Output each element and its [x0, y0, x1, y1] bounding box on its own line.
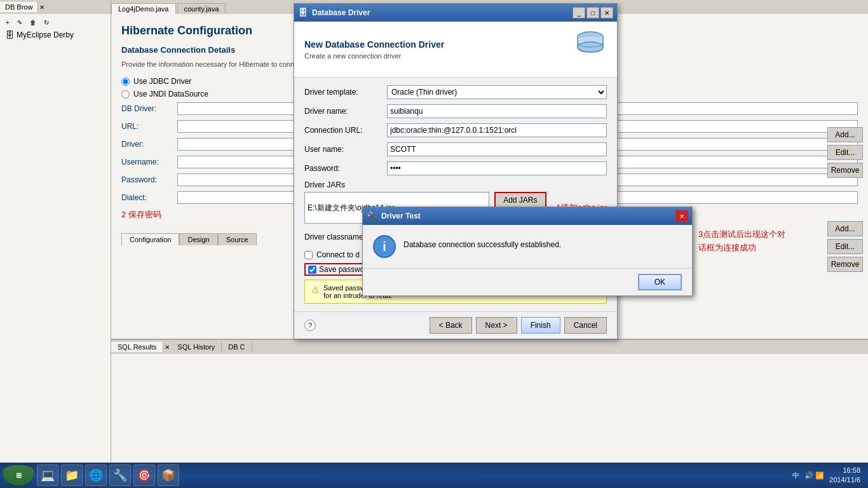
dialog-password-control — [387, 161, 607, 175]
driver-name-label: Driver name: — [304, 107, 387, 116]
driver-test-close-btn[interactable]: ✕ — [675, 210, 688, 222]
tab-sql-history[interactable]: SQL History — [171, 342, 222, 352]
ok-btn[interactable]: OK — [638, 274, 682, 290]
password-row: Password: — [304, 161, 607, 175]
user-name-row: User name: — [304, 142, 607, 156]
close-btn[interactable]: ✕ — [600, 7, 613, 18]
next-btn[interactable]: Next > — [476, 317, 517, 334]
driver-test-dialog: 🔌 Driver Test ✕ i Database connection su… — [362, 207, 693, 296]
right-remove-btn-2[interactable]: Remove — [827, 257, 863, 272]
back-btn[interactable]: < Back — [430, 317, 472, 334]
finish-btn[interactable]: Finish — [521, 317, 560, 334]
cancel-btn[interactable]: Cancel — [564, 317, 607, 334]
dialect-label: Dialect: — [121, 193, 172, 202]
dialog-header-text: New Database Connection Driver Create a … — [304, 39, 444, 60]
driver-name-input[interactable] — [387, 104, 607, 118]
test-annotation: 3点击测试后出现这个对 话框为连接成功 — [698, 228, 813, 255]
warning-icon: ⚠ — [311, 285, 320, 295]
connect-checkbox[interactable] — [304, 251, 313, 259]
taskbar-icon-3[interactable]: 🌐 — [85, 464, 107, 486]
system-icons: 🔊 📶 — [804, 471, 824, 480]
panel-content: + ✎ 🗑 ↻ 🗄 MyEclipse Derby — [0, 14, 111, 44]
info-circle-icon: i — [373, 235, 396, 258]
jars-label: Driver JARs — [304, 180, 607, 189]
driver-test-title: Driver Test — [381, 212, 421, 220]
db-browser-tab[interactable]: DB Brow — [0, 2, 38, 12]
radio-jdbc-input[interactable] — [121, 78, 130, 86]
radio-jndi-label: Use JNDI DataSource — [133, 90, 208, 98]
connect-label: Connect to d — [316, 250, 360, 259]
taskbar-icon-1[interactable]: 💻 — [37, 464, 58, 486]
dialog-title-icon: 🗄 — [298, 8, 308, 18]
username-label: Username: — [121, 158, 172, 166]
url-label: URL: — [121, 122, 172, 131]
user-name-label: User name: — [304, 145, 387, 154]
cfg-tab-configuration[interactable]: Configuration — [121, 233, 179, 245]
tab-sql-results[interactable]: SQL Results — [111, 342, 163, 352]
tab-db-c[interactable]: DB C — [222, 342, 252, 352]
taskbar-icons: 💻 📁 🌐 🔧 🎯 📦 — [37, 464, 792, 486]
right-edit-btn-2[interactable]: Edit... — [827, 239, 863, 254]
radio-jdbc-label: Use JDBC Driver — [133, 77, 191, 86]
panel-delete-btn[interactable]: 🗑 — [27, 18, 39, 27]
maximize-btn[interactable]: □ — [587, 7, 599, 18]
taskbar-right: 中 🔊 📶 16:58 2014/11/6 — [792, 466, 865, 485]
user-name-input[interactable] — [387, 142, 607, 156]
right-edit-btn-1[interactable]: Edit... — [827, 145, 863, 160]
panel-new-btn[interactable]: + — [3, 18, 13, 27]
dialog-title-buttons: _ □ ✕ — [573, 7, 613, 18]
right-remove-btn-1[interactable]: Remove — [827, 163, 863, 178]
panel-edit-btn[interactable]: ✎ — [14, 18, 25, 27]
dialog-password-input[interactable] — [387, 161, 607, 175]
tab-county[interactable]: county.java — [177, 3, 226, 14]
tree-item-derby[interactable]: 🗄 MyEclipse Derby — [3, 29, 108, 41]
minimize-btn[interactable]: _ — [573, 7, 585, 18]
taskbar-icon-5[interactable]: 🎯 — [133, 464, 155, 486]
driver-template-row: Driver template: Oracle (Thin driver) — [304, 85, 607, 99]
driver-label: Driver: — [121, 140, 172, 149]
lang-indicator: 中 — [792, 471, 799, 480]
sql-results-close[interactable]: ✕ — [163, 342, 171, 352]
driver-test-body: i Database connection successfully estab… — [363, 225, 692, 268]
dialog-header-title: New Database Connection Driver — [304, 39, 444, 50]
radio-jndi-input[interactable] — [121, 90, 130, 98]
user-name-control — [387, 142, 607, 156]
driver-name-control — [387, 104, 607, 118]
left-panel: DB Brow ✕ + ✎ 🗑 ↻ 🗄 MyEclipse Derby — [0, 0, 111, 463]
taskbar-icon-4[interactable]: 🔧 — [109, 464, 131, 486]
dialog-footer: ? < Back Next > Finish Cancel — [294, 311, 617, 339]
dialog-password-label: Password: — [304, 164, 387, 173]
taskbar-icon-2[interactable]: 📁 — [61, 464, 83, 486]
cfg-tab-source[interactable]: Source — [218, 233, 257, 245]
db-icon-svg — [574, 29, 607, 62]
time-display: 16:58 — [829, 466, 860, 475]
connection-url-input[interactable] — [387, 123, 607, 137]
driver-test-footer: OK — [363, 268, 692, 295]
right-add-btn-1[interactable]: Add... — [827, 127, 863, 142]
right-buttons-panel: Add... Edit... Remove Add... Edit... Rem… — [827, 127, 863, 272]
connection-url-row: Connection URL: — [304, 123, 607, 137]
close-panel-btn[interactable]: ✕ — [38, 3, 46, 12]
driver-test-icon: 🔌 — [367, 211, 377, 221]
connection-url-label: Connection URL: — [304, 126, 387, 135]
footer-right: < Back Next > Finish Cancel — [430, 317, 607, 334]
dialog-header: New Database Connection Driver Create a … — [294, 22, 617, 78]
panel-tabs: DB Brow ✕ — [0, 0, 111, 14]
dialog-header-desc: Create a new connection driver — [304, 52, 444, 60]
tab-log4j[interactable]: Log4jDemo.java — [111, 3, 176, 14]
save-pwd-checkbox[interactable] — [308, 266, 316, 274]
driver-template-select[interactable]: Oracle (Thin driver) — [387, 85, 607, 99]
cfg-tab-design[interactable]: Design — [179, 233, 217, 245]
taskbar: ⊞ 💻 📁 🌐 🔧 🎯 📦 中 🔊 📶 16:58 2014/11/6 — [0, 463, 868, 488]
success-message: Database connection successfully establi… — [403, 235, 561, 249]
right-add-btn-2[interactable]: Add... — [827, 221, 863, 236]
save-pwd-label-box: Save passwor — [304, 263, 370, 276]
footer-left: ? — [304, 320, 316, 331]
connection-url-control — [387, 123, 607, 137]
panel-refresh-btn[interactable]: ↻ — [41, 18, 52, 27]
start-button[interactable]: ⊞ — [3, 465, 34, 485]
bottom-tabs: SQL Results ✕ SQL History DB C — [111, 340, 868, 354]
taskbar-icon-6[interactable]: 📦 — [158, 464, 179, 486]
help-icon[interactable]: ? — [304, 320, 316, 331]
dialog-header-icon — [574, 29, 607, 69]
